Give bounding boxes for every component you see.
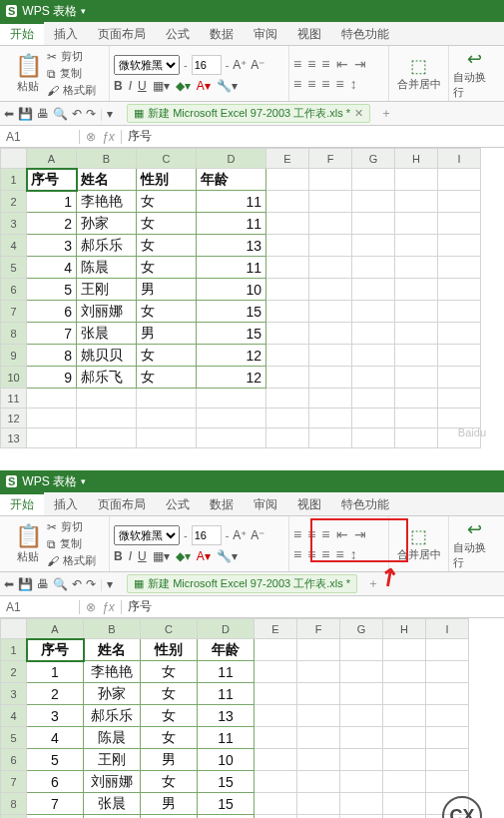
cell[interactable] <box>438 301 481 323</box>
cell[interactable] <box>352 257 395 279</box>
cell[interactable] <box>438 367 481 389</box>
col-header[interactable]: D <box>197 149 266 169</box>
row-header[interactable]: 5 <box>1 727 27 749</box>
cell[interactable] <box>309 169 352 191</box>
cell[interactable]: 11 <box>198 661 254 683</box>
cell[interactable]: 女 <box>137 301 197 323</box>
cell[interactable]: 11 <box>197 213 266 235</box>
tools-button[interactable]: 🔧▾ <box>217 549 238 563</box>
row-header[interactable]: 9 <box>1 815 27 819</box>
tools-button[interactable]: 🔧▾ <box>217 79 238 93</box>
redo-button[interactable]: ↷ <box>86 577 96 591</box>
row-header[interactable]: 11 <box>1 389 27 409</box>
cell[interactable] <box>352 169 395 191</box>
cell[interactable]: 2 <box>27 213 77 235</box>
cell[interactable] <box>266 409 309 428</box>
preview-button[interactable]: 🔍 <box>53 577 68 591</box>
cell[interactable] <box>352 389 395 409</box>
cell[interactable] <box>352 279 395 301</box>
cell[interactable]: 性别 <box>141 639 198 661</box>
row-header[interactable]: 2 <box>1 661 27 683</box>
cell[interactable]: 年龄 <box>197 169 266 191</box>
cell[interactable] <box>383 749 426 771</box>
row-header[interactable]: 1 <box>1 169 27 191</box>
col-header[interactable]: C <box>141 619 198 639</box>
cell[interactable]: 12 <box>197 345 266 367</box>
format-painter-button[interactable]: 🖌格式刷 <box>47 83 96 98</box>
cell[interactable] <box>352 191 395 213</box>
cell[interactable] <box>309 279 352 301</box>
cell[interactable] <box>77 428 137 448</box>
cell[interactable] <box>352 213 395 235</box>
cell[interactable]: 6 <box>27 301 77 323</box>
cell[interactable]: 王刚 <box>84 749 141 771</box>
cell[interactable] <box>137 389 197 409</box>
col-header[interactable]: A <box>27 619 84 639</box>
col-header[interactable]: F <box>297 619 340 639</box>
cell[interactable] <box>297 749 340 771</box>
cell[interactable] <box>254 815 297 819</box>
cell[interactable] <box>27 389 77 409</box>
col-header[interactable]: B <box>77 149 137 169</box>
cell[interactable] <box>254 661 297 683</box>
cell[interactable]: 7 <box>27 323 77 345</box>
font-size-input[interactable] <box>192 525 222 545</box>
cell[interactable] <box>383 639 426 661</box>
cell[interactable]: 女 <box>141 705 198 727</box>
tab-start[interactable]: 开始 <box>0 22 44 45</box>
col-header[interactable]: A <box>27 149 77 169</box>
paste-button[interactable]: 📋 粘贴 <box>13 523 43 564</box>
tab-data[interactable]: 数据 <box>200 22 244 45</box>
font-name-select[interactable]: 微软雅黑 <box>114 55 180 75</box>
cell[interactable]: 3 <box>27 705 84 727</box>
cell[interactable] <box>254 683 297 705</box>
cell[interactable] <box>426 749 469 771</box>
border-button[interactable]: ▦▾ <box>153 79 170 93</box>
cell[interactable] <box>309 409 352 428</box>
align-top-button[interactable]: ≡ <box>293 56 301 72</box>
italic-button[interactable]: I <box>129 79 132 93</box>
cell[interactable]: 15 <box>198 771 254 793</box>
row-header[interactable]: 8 <box>1 323 27 345</box>
cell[interactable] <box>254 705 297 727</box>
sheet-table[interactable]: ABCDEFGHI1序号姓名性别年龄21李艳艳女1132孙家女1143郝乐乐女1… <box>0 618 469 818</box>
cell[interactable] <box>383 771 426 793</box>
cell[interactable]: 9 <box>27 367 77 389</box>
cell[interactable]: 女 <box>137 191 197 213</box>
cell[interactable]: 15 <box>197 323 266 345</box>
increase-font-button[interactable]: A⁺ <box>233 58 247 72</box>
cell[interactable] <box>383 815 426 819</box>
undo-button[interactable]: ↶ <box>72 577 82 591</box>
indent-decrease-button[interactable]: ⇤ <box>336 56 348 72</box>
cell[interactable] <box>254 639 297 661</box>
cell[interactable] <box>309 257 352 279</box>
cell[interactable]: 姓名 <box>77 169 137 191</box>
cell[interactable]: 郝乐乐 <box>77 235 137 257</box>
cell[interactable]: 姓名 <box>84 639 141 661</box>
underline-button[interactable]: U <box>138 79 147 93</box>
indent-increase-button[interactable]: ⇥ <box>354 56 366 72</box>
cell[interactable]: 女 <box>141 661 198 683</box>
formula-input[interactable]: 序号 <box>122 598 504 615</box>
print-button[interactable]: 🖶 <box>37 577 49 591</box>
cell[interactable] <box>438 235 481 257</box>
cell[interactable] <box>27 428 77 448</box>
cell[interactable] <box>340 793 383 815</box>
cell[interactable] <box>383 793 426 815</box>
cell[interactable] <box>297 727 340 749</box>
cell[interactable]: 12 <box>198 815 254 819</box>
font-name-select[interactable]: 微软雅黑 <box>114 525 180 545</box>
cell[interactable] <box>395 257 438 279</box>
cancel-icon[interactable]: ⊗ <box>86 600 96 614</box>
cell[interactable] <box>395 345 438 367</box>
cell[interactable] <box>266 428 309 448</box>
cell[interactable] <box>438 409 481 428</box>
fx-icon[interactable]: ƒx <box>102 600 115 614</box>
tab-formula[interactable]: 公式 <box>156 492 200 515</box>
cell[interactable] <box>395 389 438 409</box>
document-tab[interactable]: ▦ 新建 Microsoft Excel 97-2003 工作表.xls * ✕ <box>127 104 370 123</box>
cell[interactable] <box>297 771 340 793</box>
cell[interactable] <box>266 191 309 213</box>
cell[interactable]: 女 <box>137 345 197 367</box>
align-left-button[interactable]: ≡ <box>293 76 301 92</box>
